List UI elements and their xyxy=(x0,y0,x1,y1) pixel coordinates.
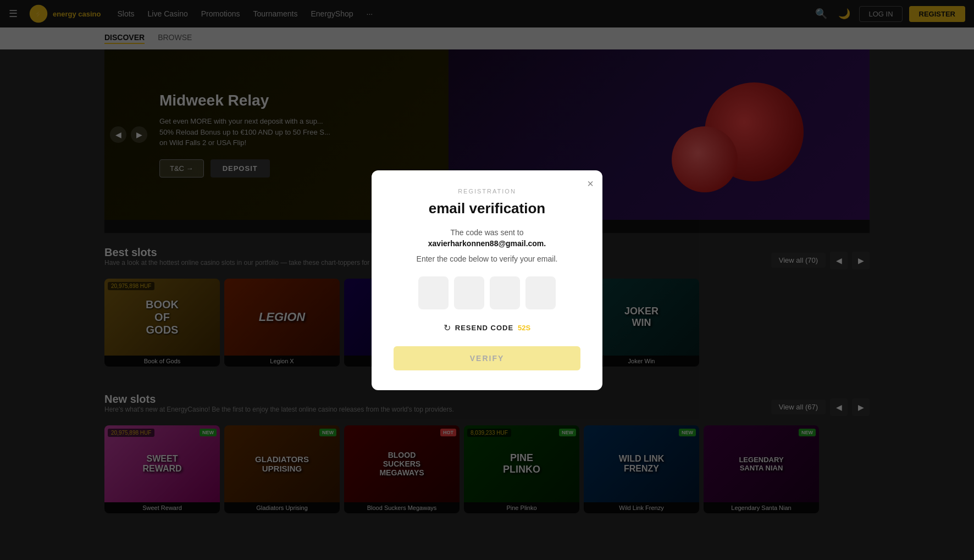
modal-title: email verification xyxy=(394,200,580,217)
modal-overlay[interactable]: × REGISTRATION email verification The co… xyxy=(0,0,974,560)
code-input-4[interactable] xyxy=(525,276,556,309)
modal-close-button[interactable]: × xyxy=(587,178,594,189)
resend-row: ↻ RESEND CODE 52S xyxy=(394,323,580,333)
code-input-3[interactable] xyxy=(490,276,520,309)
modal-sent-text: The code was sent to xyxy=(394,228,580,237)
resend-timer: 52S xyxy=(518,324,530,332)
modal-instruction: Enter the code below to verify your emai… xyxy=(394,254,580,263)
verify-button[interactable]: VERIFY xyxy=(394,346,580,370)
code-input-2[interactable] xyxy=(454,276,484,309)
email-verification-modal: × REGISTRATION email verification The co… xyxy=(372,170,602,390)
modal-label: REGISTRATION xyxy=(394,188,580,195)
code-inputs xyxy=(394,276,580,309)
resend-icon: ↻ xyxy=(444,323,451,333)
modal-email: xavierharkonnen88@gmail.com. xyxy=(394,239,580,248)
resend-label[interactable]: RESEND CODE xyxy=(455,324,513,332)
code-input-1[interactable] xyxy=(418,276,449,309)
